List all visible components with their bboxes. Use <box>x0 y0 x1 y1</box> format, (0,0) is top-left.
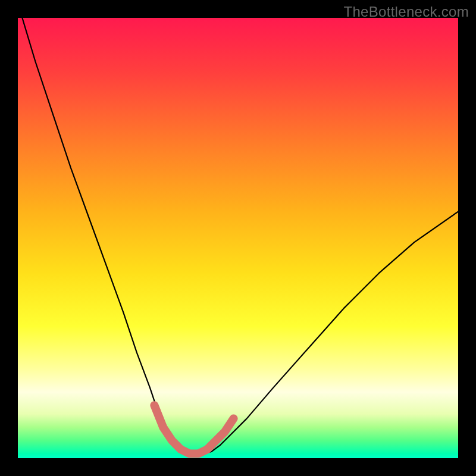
plot-area <box>18 18 458 458</box>
chart-svg <box>18 18 458 458</box>
bottleneck-curve <box>22 18 458 454</box>
chart-stage: TheBottleneck.com <box>0 0 476 476</box>
optimal-zone-marker <box>154 405 233 453</box>
